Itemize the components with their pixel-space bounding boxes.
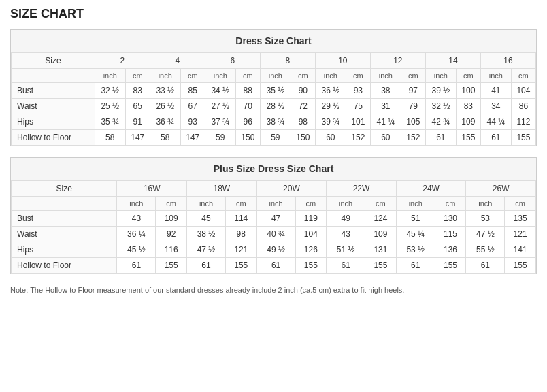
row-label: Waist bbox=[12, 99, 95, 114]
cell-value: 93 bbox=[180, 114, 205, 130]
cell-value: 155 bbox=[505, 258, 536, 274]
row-label: Waist bbox=[12, 227, 117, 242]
unit-inch: inch bbox=[370, 69, 401, 83]
cell-value: 40 ¾ bbox=[256, 227, 295, 242]
table-row: Hollow to Floor5814758147591505915060152… bbox=[12, 130, 536, 146]
dress-size-12: 12 bbox=[370, 53, 425, 69]
cell-value: 61 bbox=[396, 258, 435, 274]
row-label: Hips bbox=[12, 114, 95, 130]
cell-value: 43 bbox=[117, 211, 156, 227]
cell-value: 38 ¾ bbox=[260, 114, 291, 130]
cell-value: 60 bbox=[370, 130, 401, 146]
table-row: Bust431094511447119491245113053135 bbox=[12, 211, 536, 227]
cell-value: 101 bbox=[346, 114, 370, 130]
cell-value: 155 bbox=[435, 258, 466, 274]
cell-value: 36 ¼ bbox=[117, 227, 156, 242]
cell-value: 91 bbox=[125, 114, 150, 130]
unit-cm: cm bbox=[295, 197, 327, 211]
cell-value: 26 ½ bbox=[150, 99, 180, 114]
cell-value: 51 ½ bbox=[327, 242, 365, 258]
table-row: Waist25 ½6526 ½6727 ½7028 ½7229 ½7531793… bbox=[12, 99, 536, 114]
cell-value: 58 bbox=[150, 130, 180, 146]
dress-size-8: 8 bbox=[260, 53, 315, 69]
unit-cm: cm bbox=[456, 69, 480, 83]
cell-value: 124 bbox=[365, 211, 397, 227]
cell-value: 67 bbox=[180, 99, 205, 114]
cell-value: 31 bbox=[370, 99, 401, 114]
unit-inch: inch bbox=[187, 197, 226, 211]
size-label-header: Size bbox=[12, 53, 95, 69]
cell-value: 109 bbox=[156, 211, 187, 227]
cell-value: 59 bbox=[205, 130, 235, 146]
cell-value: 70 bbox=[235, 99, 260, 114]
cell-value: 32 ½ bbox=[425, 99, 456, 114]
cell-value: 119 bbox=[295, 211, 327, 227]
cell-value: 121 bbox=[505, 227, 536, 242]
cell-value: 121 bbox=[225, 242, 256, 258]
cell-value: 47 bbox=[256, 211, 295, 227]
cell-value: 35 ¾ bbox=[95, 114, 125, 130]
cell-value: 155 bbox=[295, 258, 327, 274]
unit-cm: cm bbox=[511, 69, 535, 83]
plus-chart-caption: Plus Size Dress Size Chart bbox=[11, 158, 536, 180]
cell-value: 86 bbox=[511, 99, 535, 114]
cell-value: 38 bbox=[370, 83, 401, 99]
unit-inch: inch bbox=[150, 69, 180, 83]
cell-value: 34 ½ bbox=[205, 83, 235, 99]
cell-value: 130 bbox=[435, 211, 466, 227]
cell-value: 65 bbox=[125, 99, 150, 114]
size-label-header: Size bbox=[12, 181, 117, 197]
cell-value: 49 ½ bbox=[256, 242, 295, 258]
cell-value: 61 bbox=[117, 258, 156, 274]
unit-cm: cm bbox=[365, 197, 397, 211]
cell-value: 39 ¾ bbox=[315, 114, 346, 130]
unit-cm: cm bbox=[156, 197, 187, 211]
cell-value: 135 bbox=[505, 211, 536, 227]
cell-value: 32 ½ bbox=[95, 83, 125, 99]
cell-value: 93 bbox=[346, 83, 370, 99]
row-label: Hollow to Floor bbox=[12, 130, 95, 146]
cell-value: 45 ¼ bbox=[396, 227, 435, 242]
unit-inch: inch bbox=[260, 69, 291, 83]
cell-value: 115 bbox=[435, 227, 466, 242]
dress-size-4: 4 bbox=[150, 53, 205, 69]
dress-size-16: 16 bbox=[480, 53, 535, 69]
note-text: Note: The Hollow to Floor measurement of… bbox=[10, 285, 537, 295]
dress-chart-caption: Dress Size Chart bbox=[11, 30, 536, 52]
unit-cm: cm bbox=[505, 197, 536, 211]
cell-value: 45 bbox=[187, 211, 226, 227]
cell-value: 53 ½ bbox=[396, 242, 435, 258]
dress-size-10: 10 bbox=[315, 53, 370, 69]
cell-value: 36 ½ bbox=[315, 83, 346, 99]
cell-value: 45 ½ bbox=[117, 242, 156, 258]
dress-size-2: 2 bbox=[95, 53, 150, 69]
unit-cm: cm bbox=[401, 69, 425, 83]
unit-cm: cm bbox=[346, 69, 370, 83]
cell-value: 85 bbox=[180, 83, 205, 99]
plus-size-18w: 18W bbox=[187, 181, 257, 197]
cell-value: 100 bbox=[456, 83, 480, 99]
plus-size-16w: 16W bbox=[117, 181, 187, 197]
cell-value: 42 ¾ bbox=[425, 114, 456, 130]
cell-value: 88 bbox=[235, 83, 260, 99]
cell-value: 147 bbox=[180, 130, 205, 146]
cell-value: 109 bbox=[456, 114, 480, 130]
cell-value: 131 bbox=[365, 242, 397, 258]
cell-value: 25 ½ bbox=[95, 99, 125, 114]
cell-value: 34 bbox=[480, 99, 511, 114]
unit-cm: cm bbox=[435, 197, 466, 211]
cell-value: 150 bbox=[235, 130, 260, 146]
plus-size-20w: 20W bbox=[256, 181, 327, 197]
dress-size-chart: Dress Size Chart Size 2 4 6 8 10 12 14 1… bbox=[10, 29, 537, 146]
table-row: Bust32 ½8333 ½8534 ½8835 ½9036 ½93389739… bbox=[12, 83, 536, 99]
cell-value: 75 bbox=[346, 99, 370, 114]
cell-value: 27 ½ bbox=[205, 99, 235, 114]
cell-value: 141 bbox=[505, 242, 536, 258]
plus-size-26w: 26W bbox=[466, 181, 536, 197]
unit-cm: cm bbox=[235, 69, 260, 83]
cell-value: 152 bbox=[346, 130, 370, 146]
cell-value: 155 bbox=[156, 258, 187, 274]
plus-size-24w: 24W bbox=[396, 181, 466, 197]
unit-inch: inch bbox=[425, 69, 456, 83]
cell-value: 47 ½ bbox=[466, 227, 505, 242]
